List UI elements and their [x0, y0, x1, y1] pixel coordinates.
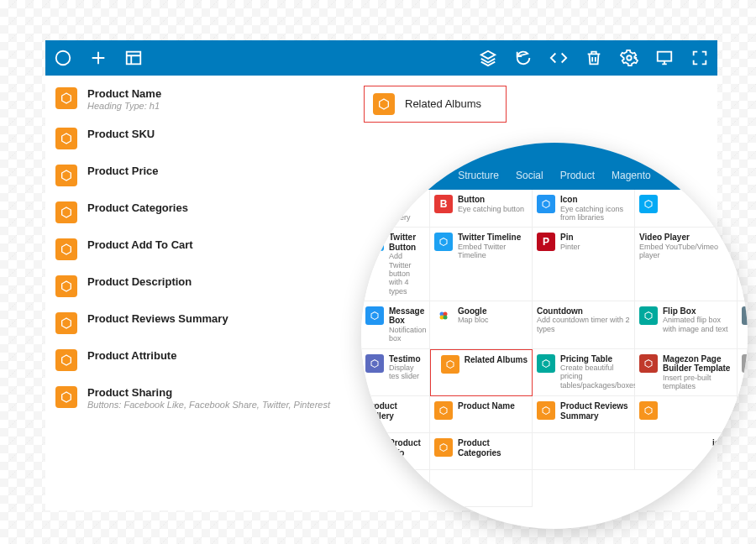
element-block-4[interactable]: Product Add To Cart	[55, 237, 330, 262]
element-icon	[742, 354, 748, 373]
grid-cell[interactable]: Message Box Notification box	[361, 301, 430, 349]
trash-icon[interactable]	[585, 49, 603, 67]
grid-cell[interactable]: Content Slider Create slides for multipl…	[738, 301, 748, 349]
svg-point-2	[627, 55, 632, 60]
grid-cell[interactable]: oduct Add To	[738, 396, 748, 433]
element-block-8[interactable]: Product Sharing Buttons: Facebook Like, …	[55, 384, 330, 413]
element-icon	[537, 195, 555, 213]
grid-cell[interactable]: Product Categories	[430, 433, 533, 470]
cell-title: Icon	[560, 195, 630, 205]
product-icon	[373, 93, 395, 115]
grid-cell[interactable]: Video PlayerEmbed YouTube/Vimeo player	[635, 228, 738, 301]
grid-cell[interactable]: Related Albums	[430, 349, 533, 397]
grid-cell[interactable]: idget	[635, 433, 738, 470]
fullscreen-icon[interactable]	[690, 49, 709, 67]
cell-title: Flip Box	[663, 306, 732, 316]
grid-cell[interactable]: Image B After	[738, 349, 748, 397]
element-title: Product Categories	[87, 201, 188, 215]
related-albums-label: Related Albums	[405, 97, 481, 111]
element-block-0[interactable]: Product Name Heading Type: h1	[55, 86, 330, 114]
cell-title: Product Categories	[458, 438, 528, 458]
layers-icon[interactable]	[479, 49, 497, 67]
cell-title: Testimo	[389, 354, 425, 364]
grid-cell[interactable]: Product Name	[430, 396, 533, 433]
grid-cell[interactable]: Flip Box Animated flip box with image an…	[635, 301, 738, 349]
element-title: Product Price	[87, 165, 159, 178]
cell-desc: Pinter	[560, 243, 580, 251]
grid-cell[interactable]: Facebook CommentsEmbed Facebook Comments	[738, 190, 748, 228]
product-icon	[55, 87, 77, 109]
cell-desc: Display tes slider	[389, 364, 425, 381]
grid-cell[interactable]: CountdownAdd countdown timer with 2 type…	[533, 301, 635, 349]
element-icon	[365, 354, 384, 373]
grid-cell[interactable]: Twitter Timeline Embed Twitter Timeline	[430, 228, 533, 301]
element-block-6[interactable]: Product Reviews Summary	[55, 311, 330, 336]
element-icon	[639, 401, 658, 420]
grid-cell[interactable]	[533, 433, 635, 470]
layout-icon[interactable]	[124, 49, 143, 67]
element-icon	[639, 306, 658, 325]
grid-cell[interactable]: Pricing Table Create beautiful pricing t…	[533, 349, 635, 397]
element-icon	[742, 438, 748, 457]
grid-cell[interactable]: Product Reviews Summary	[533, 396, 635, 433]
element-block-1[interactable]: Product SKU	[55, 126, 330, 151]
cell-title: Pin	[560, 233, 580, 243]
grid-cell[interactable]: Testimo Display tes slider	[361, 349, 430, 397]
element-icon	[434, 306, 453, 325]
element-icon	[742, 306, 748, 325]
code-icon[interactable]	[549, 49, 568, 67]
svg-point-0	[56, 51, 71, 65]
product-icon	[55, 275, 77, 297]
product-icon	[441, 355, 459, 374]
grid-cell[interactable]: Google Map bloc	[430, 301, 533, 349]
cell-desc: Animated flip box with image and text	[663, 316, 732, 333]
grid-cell[interactable]	[635, 396, 738, 433]
cell-title: Button	[458, 195, 524, 205]
lens-tab-structure[interactable]: Structure	[458, 170, 499, 190]
grid-cell[interactable]	[635, 190, 738, 228]
grid-cell[interactable]: Magezon Page Builder Template Insert pre…	[635, 349, 738, 397]
element-block-3[interactable]: Product Categories	[55, 200, 330, 225]
element-icon	[537, 401, 555, 420]
product-icon	[55, 386, 77, 408]
product-icon	[55, 128, 77, 149]
element-block-7[interactable]: Product Attribute	[55, 348, 330, 373]
history-icon[interactable]	[514, 49, 533, 67]
lens-tab-magento[interactable]: Magento	[612, 170, 651, 190]
grid-cell[interactable]: Icon Eye catching icons from libraries	[533, 190, 635, 228]
cell-title: Product Name	[458, 401, 515, 411]
element-title: Product Description	[87, 275, 192, 289]
left-column: Product Name Heading Type: h1 Product SK…	[55, 86, 330, 413]
cell-title: Product Reviews Summary	[560, 401, 630, 421]
element-title: Product Attribute	[87, 349, 176, 363]
cell-desc: Create beautiful pricing tables/packages…	[560, 364, 638, 390]
cell-title: Message Box	[389, 306, 427, 326]
element-block-5[interactable]: Product Description	[55, 274, 330, 299]
product-icon	[55, 349, 77, 371]
cell-desc: Map bloc	[458, 316, 489, 324]
cell-title: Twitter Button	[389, 233, 425, 252]
element-icon	[434, 401, 453, 420]
element-title: Product Add To Cart	[87, 238, 193, 252]
element-icon	[434, 438, 453, 457]
related-albums-block[interactable]: Related Albums	[364, 86, 507, 123]
lens-tab-product[interactable]: Product	[560, 170, 595, 190]
cell-title: Google	[458, 306, 489, 316]
svg-rect-3	[658, 52, 672, 61]
lens-tab-social[interactable]: Social	[516, 170, 543, 190]
product-icon	[55, 238, 77, 260]
grid-cell[interactable]: P Pin Pinter	[533, 228, 635, 301]
device-icon[interactable]	[655, 49, 674, 67]
element-icon	[537, 354, 555, 373]
element-picker-lens: StructureSocialProductMagento GalleryRes…	[361, 143, 748, 529]
element-icon	[365, 306, 384, 325]
grid-cell[interactable]: Social Icons Display a set of social ico…	[738, 228, 748, 301]
grid-cell[interactable]: Add to Wish List	[738, 433, 748, 470]
element-title: Product Name	[87, 87, 161, 101]
element-block-2[interactable]: Product Price	[55, 163, 330, 188]
logo-icon[interactable]	[54, 49, 72, 67]
add-icon[interactable]	[89, 49, 108, 67]
cell-desc: Eye catching button	[458, 205, 524, 213]
settings-icon[interactable]	[620, 49, 638, 67]
grid-cell[interactable]: B Button Eye catching button	[430, 190, 533, 228]
